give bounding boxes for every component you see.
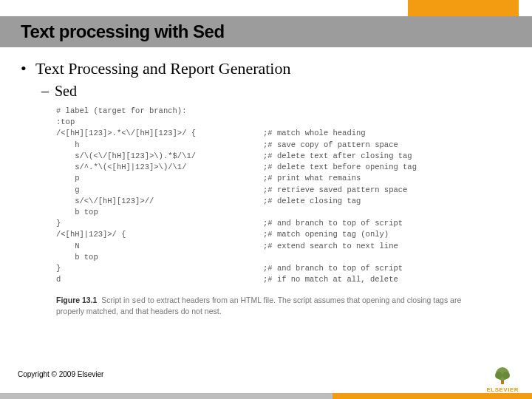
- sub-bullet-marker: –: [41, 83, 55, 100]
- figure-caption: Figure 13.1 Script in sed to extract hea…: [56, 295, 470, 316]
- caption-tool: sed: [132, 296, 146, 305]
- code-comment: ;# match whole heading: [263, 128, 511, 139]
- code-left: N: [56, 241, 263, 252]
- bullet-main-text: Text Processing and Report Generation: [35, 59, 290, 78]
- copyright-text: Copyright © 2009 Elsevier: [18, 370, 103, 378]
- footer-bar-orange: [332, 393, 532, 399]
- tree-icon: [492, 365, 513, 386]
- code-left: s/^.*\(<[hH]|123]>\)/\1/: [56, 162, 263, 173]
- code-left: g: [56, 185, 263, 196]
- sed-code-listing: # label (target for branch): :top /<[hH]…: [56, 106, 511, 286]
- title-bar: Text processing with Sed: [0, 16, 532, 47]
- code-comment: ;# extend search to next line: [263, 241, 511, 252]
- publisher-name: ELSEVIER: [486, 386, 519, 393]
- code-left: h: [56, 140, 263, 151]
- code-comment: [263, 207, 511, 218]
- code-left: b top: [56, 252, 263, 263]
- slide-body: • Text Processing and Report Generation …: [0, 47, 532, 316]
- code-left: /<[hH]|123]>/ {: [56, 229, 263, 240]
- slide-footer: Copyright © 2009 Elsevier ELSEVIER: [0, 366, 532, 399]
- caption-lead: Script in: [101, 296, 132, 304]
- bullet-sub-text: Sed: [55, 83, 77, 100]
- elsevier-logo: ELSEVIER: [486, 365, 519, 393]
- svg-point-2: [495, 372, 502, 379]
- code-left: }: [56, 263, 263, 274]
- code-comment: ;# delete text before opening tag: [263, 162, 511, 173]
- code-comment: ;# match opening tag (only): [263, 229, 511, 240]
- code-comment: ;# if no match at all, delete: [263, 274, 511, 285]
- code-left: b top: [56, 207, 263, 218]
- code-comment: ;# and branch to top of script: [263, 218, 511, 229]
- code-comment: [263, 252, 511, 263]
- code-left: # label (target for branch):: [56, 106, 263, 117]
- code-comment: ;# retrieve saved pattern space: [263, 185, 511, 196]
- code-left: p: [56, 173, 263, 184]
- code-left: :top: [56, 117, 263, 128]
- bullet-marker: •: [21, 59, 35, 78]
- code-comment: ;# delete closing tag: [263, 196, 511, 207]
- code-comment: [263, 117, 511, 128]
- code-comment: ;# save copy of pattern space: [263, 140, 511, 151]
- code-comment: [263, 106, 511, 117]
- bullet-sub: – Sed: [21, 83, 511, 100]
- code-left: /<[hH][123]>.*<\/[hH][123]>/ {: [56, 128, 263, 139]
- code-left: }: [56, 218, 263, 229]
- bullet-main: • Text Processing and Report Generation: [21, 59, 511, 78]
- footer-bar-gray: [0, 393, 332, 399]
- figure-number: Figure 13.1: [56, 296, 97, 304]
- slide-title: Text processing with Sed: [0, 21, 225, 42]
- code-comment: ;# delete text after closing tag: [263, 151, 511, 162]
- code-comment: ;# print what remains: [263, 173, 511, 184]
- code-comment: ;# and branch to top of script: [263, 263, 511, 274]
- slide-header: Text processing with Sed: [0, 0, 532, 47]
- code-left: d: [56, 274, 263, 285]
- code-left: s/\(<\/[hH][123]>\).*$/\1/: [56, 151, 263, 162]
- code-left: s/<\/[hH][123]>//: [56, 196, 263, 207]
- header-accent: [408, 0, 519, 16]
- svg-point-3: [502, 372, 510, 379]
